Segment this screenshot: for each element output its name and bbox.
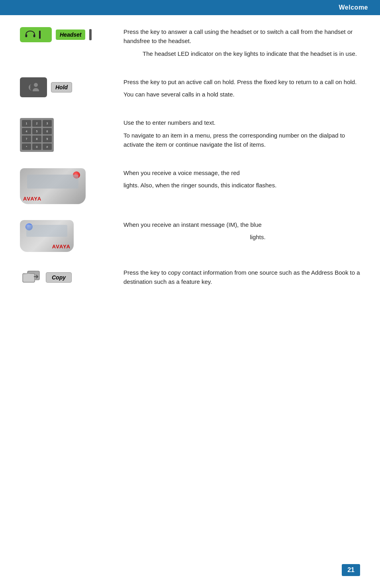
page-title: Welcome: [339, 4, 368, 11]
dialpad-text-2: To navigate to an item in a menu, press …: [123, 131, 360, 149]
section-hold: Hold Press the key to put an active call…: [20, 77, 360, 102]
dialpad-key-star: *: [22, 144, 31, 150]
header-bar: Welcome: [0, 0, 380, 15]
copy-icons: Copy: [20, 268, 116, 287]
dialpad-key-1: 1: [22, 120, 31, 127]
headset-text-1: Press the key to answer a call using the…: [123, 27, 360, 46]
section-copy: Copy Press the key to copy contact infor…: [20, 268, 360, 290]
dialpad-key-2: 2: [32, 120, 41, 127]
headset-bar-indicator: [89, 29, 92, 40]
dialpad-image: 1 2 3 4 5 6 7 8 9 * 0 #: [20, 118, 54, 152]
dialpad-icons: 1 2 3 4 5 6 7 8 9 * 0 #: [20, 118, 116, 152]
section-headset: Headset Press the key to answer a call u…: [20, 27, 360, 61]
avaya-red-text-2: lights. Also, when the ringer sounds, th…: [123, 181, 360, 190]
headset-key-label: Headset: [56, 29, 85, 40]
section-dialpad: 1 2 3 4 5 6 7 8 9 * 0 # Use the to enter…: [20, 118, 360, 152]
dialpad-text: Use the to enter numbers and text. To na…: [123, 118, 360, 152]
avaya-blue-text-2: lights.: [123, 232, 360, 242]
line-indicator: [39, 31, 41, 39]
copy-text: Press the key to copy contact informatio…: [123, 268, 360, 290]
svg-rect-1: [33, 34, 35, 37]
dialpad-key-9: 9: [43, 136, 52, 142]
main-content: Headset Press the key to answer a call u…: [0, 15, 380, 330]
hold-text: Press the key to put an active call on h…: [123, 77, 360, 102]
headset-green-button: [20, 27, 52, 42]
hold-text-2: You can have several calls in a hold sta…: [123, 90, 360, 99]
svg-point-2: [34, 83, 38, 87]
copy-folder-icon: [20, 268, 42, 287]
copy-text-1: Press the key to copy contact informatio…: [123, 268, 360, 287]
svg-rect-4: [23, 273, 35, 282]
avaya-red-text-1: When you receive a voice message, the re…: [123, 168, 360, 177]
avaya-blue-icons: AVAYA: [20, 220, 116, 252]
headset-text-2: The headset LED indicator on the key lig…: [139, 49, 360, 58]
avaya-blue-text-1: When you receive an instant message (IM)…: [123, 220, 360, 229]
phone-screen: [27, 175, 78, 189]
dialpad-key-5: 5: [32, 128, 41, 135]
dialpad-key-3: 3: [43, 120, 52, 127]
avaya-phone-blue-image: AVAYA: [20, 220, 74, 252]
dialpad-key-0: 0: [32, 144, 41, 150]
headset-icons: Headset: [20, 27, 116, 42]
dialpad-key-hash: #: [43, 144, 52, 150]
page-number: 21: [342, 564, 360, 576]
avaya-blue-label: AVAYA: [52, 244, 71, 250]
phone-screen-blue: [26, 225, 67, 237]
copy-folder-svg: [21, 269, 41, 286]
dialpad-text-1: Use the to enter numbers and text.: [123, 118, 360, 127]
hold-icons: Hold: [20, 77, 116, 97]
hold-svg-icon: [25, 81, 42, 94]
dialpad-key-4: 4: [22, 128, 31, 135]
dialpad-key-7: 7: [22, 136, 31, 142]
copy-key-label: Copy: [46, 272, 72, 283]
section-avaya-blue: AVAYA When you receive an instant messag…: [20, 220, 360, 252]
dialpad-key-6: 6: [43, 128, 52, 135]
avaya-red-icons: AVAYA: [20, 168, 116, 204]
avaya-blue-text: When you receive an instant message (IM)…: [123, 220, 360, 245]
section-avaya-red: AVAYA When you receive a voice message, …: [20, 168, 360, 204]
svg-rect-0: [25, 34, 27, 37]
avaya-red-label: AVAYA: [23, 196, 41, 202]
avaya-red-text: When you receive a voice message, the re…: [123, 168, 360, 193]
dialpad-key-8: 8: [32, 136, 41, 142]
avaya-phone-red-image: AVAYA: [20, 168, 86, 204]
headset-icon: [25, 30, 36, 39]
hold-icon: [20, 77, 47, 97]
headset-text: Press the key to answer a call using the…: [123, 27, 360, 61]
hold-text-1: Press the key to put an active call on h…: [123, 77, 360, 87]
hold-key-label: Hold: [51, 82, 72, 92]
